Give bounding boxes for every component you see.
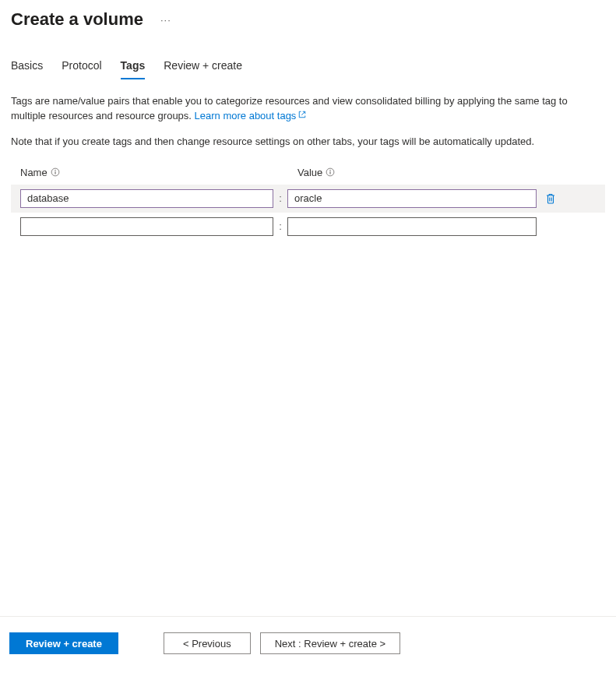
column-name-label: Name bbox=[20, 167, 48, 178]
svg-rect-2 bbox=[55, 171, 55, 174]
tag-name-input[interactable] bbox=[20, 189, 273, 208]
review-create-button[interactable]: Review + create bbox=[9, 632, 118, 654]
note-text: Note that if you create tags and then ch… bbox=[11, 135, 605, 150]
colon-separator: : bbox=[273, 220, 287, 232]
learn-more-link[interactable]: Learn more about tags bbox=[195, 110, 308, 121]
tag-row: : bbox=[11, 213, 605, 241]
tag-value-input[interactable] bbox=[287, 189, 537, 208]
tag-row: : bbox=[11, 185, 605, 213]
next-button[interactable]: Next : Review + create > bbox=[260, 632, 400, 654]
tabs: Basics Protocol Tags Review + create bbox=[0, 30, 616, 80]
info-icon[interactable] bbox=[51, 167, 60, 177]
trash-icon[interactable] bbox=[544, 192, 557, 205]
more-icon[interactable]: ··· bbox=[160, 14, 171, 26]
tab-basics[interactable]: Basics bbox=[11, 59, 43, 79]
tab-tags[interactable]: Tags bbox=[121, 59, 146, 79]
previous-button[interactable]: < Previous bbox=[164, 632, 251, 654]
column-value-label: Value bbox=[297, 167, 322, 178]
page-title: Create a volume bbox=[11, 9, 143, 30]
svg-rect-5 bbox=[330, 171, 331, 174]
tab-review-create[interactable]: Review + create bbox=[164, 59, 242, 79]
info-icon[interactable] bbox=[326, 167, 335, 177]
tag-value-input[interactable] bbox=[287, 217, 537, 236]
svg-point-1 bbox=[55, 170, 55, 171]
external-link-icon bbox=[297, 109, 307, 124]
description: Tags are name/value pairs that enable yo… bbox=[11, 94, 605, 124]
colon-separator: : bbox=[273, 192, 287, 204]
svg-point-4 bbox=[330, 170, 331, 171]
tab-protocol[interactable]: Protocol bbox=[62, 59, 101, 79]
tag-name-input[interactable] bbox=[20, 217, 273, 236]
